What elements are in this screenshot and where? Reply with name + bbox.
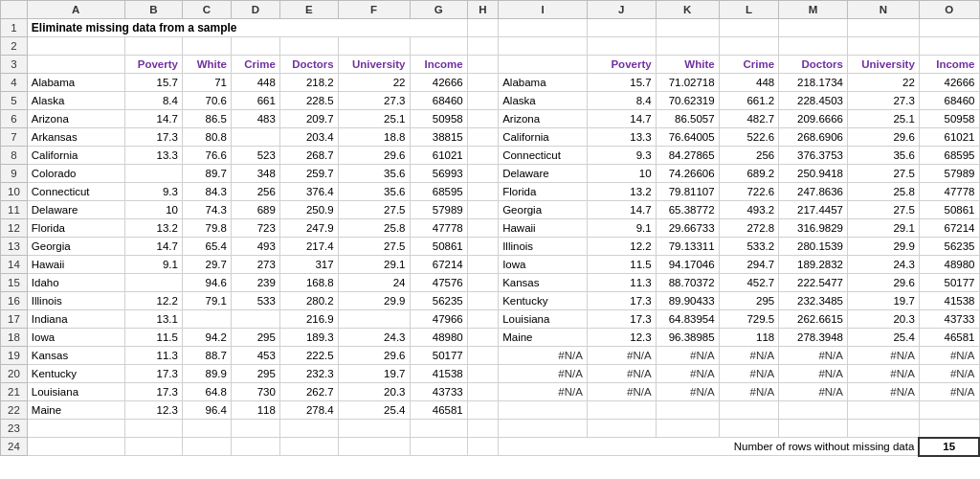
left-val-6-2[interactable]: 84.3 [182,183,231,201]
left-val-4-3[interactable]: 523 [231,147,279,165]
na-15-4[interactable]: #N/A [779,347,848,365]
left-val-6-4[interactable]: 376.4 [279,183,338,201]
right-val-12-1[interactable]: 17.3 [587,292,656,310]
left-val-8-1[interactable]: 13.2 [124,219,182,238]
right-state-9[interactable]: Illinois [499,238,588,256]
left-val-14-4[interactable]: 189.3 [279,329,338,347]
row-header-12[interactable]: 12 [1,219,28,238]
right-val-3-6[interactable]: 61021 [919,128,979,147]
right-val-14-3[interactable]: 118 [719,329,779,347]
left-val-0-1[interactable]: 15.7 [124,74,182,92]
row2-7[interactable] [467,37,498,56]
left-val-4-4[interactable]: 268.7 [279,147,338,165]
left-state-6[interactable]: Connecticut [27,183,124,201]
right-val-0-2[interactable]: 71.02718 [656,74,719,92]
left-state-17[interactable]: Louisiana [27,383,124,401]
left-val-10-2[interactable]: 29.7 [182,256,231,274]
left-val-12-5[interactable]: 29.9 [338,292,410,310]
right-empty-18-2[interactable] [656,401,719,420]
right-val-5-3[interactable]: 689.2 [719,165,779,183]
row23-4[interactable] [279,420,338,438]
right-val-5-4[interactable]: 250.9418 [779,165,848,183]
h-5[interactable] [467,92,498,110]
right-val-5-6[interactable]: 57989 [919,165,979,183]
row24-left-4[interactable] [279,438,338,456]
row-header-8[interactable]: 8 [1,147,28,165]
left-val-3-5[interactable]: 18.8 [338,128,410,147]
na-16-6[interactable]: #N/A [919,365,979,383]
right-val-7-1[interactable]: 14.7 [587,201,656,219]
row24-left-2[interactable] [182,438,231,456]
left-val-16-1[interactable]: 17.3 [124,365,182,383]
left-val-8-5[interactable]: 25.8 [338,219,410,238]
left-val-14-1[interactable]: 11.5 [124,329,182,347]
left-val-13-5[interactable] [338,310,410,329]
left-val-10-3[interactable]: 273 [231,256,279,274]
row-header-18[interactable]: 18 [1,329,28,347]
right-val-2-4[interactable]: 209.6666 [779,110,848,128]
right-val-10-4[interactable]: 189.2832 [779,256,848,274]
col-header-D[interactable]: D [231,1,279,19]
right-val-13-5[interactable]: 20.3 [847,310,919,329]
col-header-O[interactable]: O [919,1,979,19]
right-empty-18-1[interactable] [587,401,656,420]
na-15-0[interactable]: #N/A [499,347,588,365]
row-header-22[interactable]: 22 [1,401,28,420]
left-val-9-2[interactable]: 65.4 [182,238,231,256]
left-state-0[interactable]: Alabama [27,74,124,92]
left-val-6-1[interactable]: 9.3 [124,183,182,201]
right-val-11-1[interactable]: 11.3 [587,274,656,292]
row2-10[interactable] [656,37,719,56]
left-val-15-5[interactable]: 29.6 [338,347,410,365]
row2-11[interactable] [719,37,779,56]
right-val-8-5[interactable]: 29.1 [847,219,919,238]
right-val-11-2[interactable]: 88.70372 [656,274,719,292]
left-val-14-5[interactable]: 24.3 [338,329,410,347]
row23-3[interactable] [231,420,279,438]
h-6[interactable] [467,110,498,128]
right-val-9-2[interactable]: 79.13311 [656,238,719,256]
right-val-11-3[interactable]: 452.7 [719,274,779,292]
left-val-3-2[interactable]: 80.8 [182,128,231,147]
col-header-H[interactable]: H [467,1,498,19]
right-val-2-2[interactable]: 86.5057 [656,110,719,128]
right-val-14-5[interactable]: 25.4 [847,329,919,347]
left-val-18-1[interactable]: 12.3 [124,401,182,420]
left-val-4-5[interactable]: 29.6 [338,147,410,165]
h-22[interactable] [467,401,498,420]
row24-left-0[interactable] [27,438,124,456]
right-empty-18-4[interactable] [779,401,848,420]
row24-left-3[interactable] [231,438,279,456]
row24-H[interactable] [467,438,498,456]
na-17-3[interactable]: #N/A [719,383,779,401]
right-val-1-6[interactable]: 68460 [919,92,979,110]
left-val-1-1[interactable]: 8.4 [124,92,182,110]
left-state-4[interactable]: California [27,147,124,165]
na-15-1[interactable]: #N/A [587,347,656,365]
left-val-5-3[interactable]: 348 [231,165,279,183]
row23-12[interactable] [779,420,848,438]
row3-H[interactable] [467,56,498,74]
right-val-9-6[interactable]: 56235 [919,238,979,256]
row-header-3[interactable]: 3 [1,56,28,74]
row1-right-1[interactable] [587,19,656,37]
left-header-white[interactable]: White [182,56,231,74]
left-val-2-5[interactable]: 25.1 [338,110,410,128]
left-state-8[interactable]: Florida [27,219,124,238]
right-val-9-4[interactable]: 280.1539 [779,238,848,256]
left-val-0-6[interactable]: 42666 [410,74,467,92]
row23-11[interactable] [719,420,779,438]
right-val-8-2[interactable]: 29.66733 [656,219,719,238]
row23-10[interactable] [656,420,719,438]
right-header-income[interactable]: Income [919,56,979,74]
left-state-3[interactable]: Arkansas [27,128,124,147]
col-header-L[interactable]: L [719,1,779,19]
row24-left-6[interactable] [410,438,467,456]
left-val-17-4[interactable]: 262.7 [279,383,338,401]
left-val-8-4[interactable]: 247.9 [279,219,338,238]
left-header-doctors[interactable]: Doctors [279,56,338,74]
row-header-16[interactable]: 16 [1,292,28,310]
right-val-1-5[interactable]: 27.3 [847,92,919,110]
right-val-0-3[interactable]: 448 [719,74,779,92]
right-val-1-1[interactable]: 8.4 [587,92,656,110]
